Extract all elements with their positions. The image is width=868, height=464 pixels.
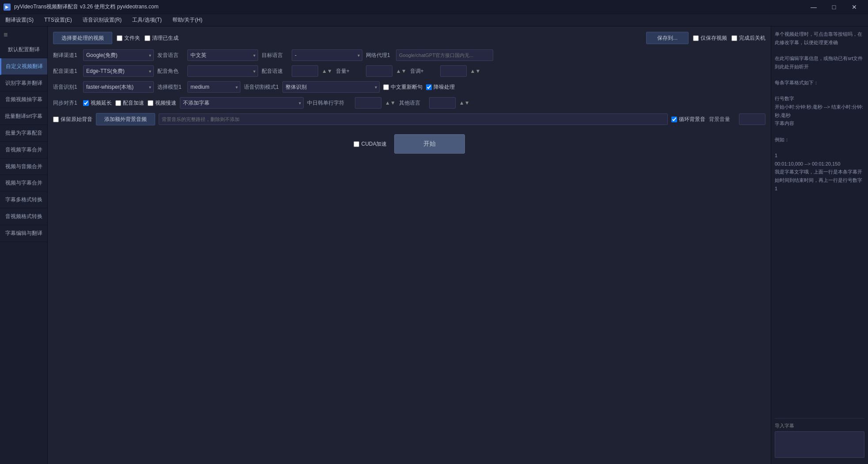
sidebar-item-batch-srt[interactable]: 批量翻译srt字幕 [0,108,47,125]
sidebar-item-extract-subtitle[interactable]: 音频视频抽字幕 [0,91,47,108]
source-lang-label: 发音语言 [157,52,184,59]
volume-input[interactable]: 0 [366,65,392,77]
checkbox-keep-bg-text: 保留原始背音 [61,116,92,123]
dubbing-speed-label: 配音语速 [262,68,288,75]
sidebar-item-subtitle-edit[interactable]: 字幕编辑与翻译 [0,225,47,242]
checkbox-cn-newline[interactable] [383,84,389,90]
checkbox-clear[interactable] [145,35,150,41]
bg-path-input[interactable] [159,113,668,125]
sidebar-item-default-translate[interactable]: 默认配置翻译 [0,41,47,58]
checkbox-cuda-label[interactable]: CUDA加速 [354,140,387,148]
checkbox-cn-newline-text: 中文重新断句 [391,83,423,91]
right-panel-example-time: 00:01:10,000 --> 00:01:20,150 [775,160,864,168]
right-panel-example-num: 1 [775,151,864,160]
checkbox-video-slow-label[interactable]: 视频慢速 [148,99,176,107]
voice-recog-wrapper: faster-whisper(本地) [83,81,154,93]
checkbox-keep-bg[interactable] [53,117,59,122]
right-panel-tip2: 在此可编辑字幕信息，或拖动已有srt文件到此处开始听开 [775,54,864,71]
sidebar-item-custom-translate[interactable]: 自定义视频翻译 [0,58,47,75]
checkbox-save-video[interactable] [693,35,699,41]
form-row-5: 保留原始背音 添加额外背景音频 循环背景音 背景音量 0.8 [53,113,765,125]
checkbox-folder-label[interactable]: 文件夹 [117,34,140,42]
right-panel-tip6: 字幕内容 [775,119,864,128]
translate-channel-select[interactable]: Google(免费) [83,49,154,61]
checkbox-cuda[interactable] [354,141,359,147]
sidebar-item-av-format[interactable]: 音视频格式转换 [0,208,47,225]
checkbox-clear-label[interactable]: 清理已生成 [145,34,179,42]
checkbox-denoise[interactable] [426,84,432,90]
right-panel-tip4: 行号数字 [775,94,864,103]
right-textarea[interactable] [775,431,864,458]
checkbox-dubbing-add-label[interactable]: 配音加速 [115,99,144,107]
save-button[interactable]: 保存到... [646,32,689,44]
dubbing-role-label: 配音角色 [157,68,184,75]
voice-cut-wrapper: 整体识别 [282,81,380,93]
start-button[interactable]: 开始 [394,134,465,154]
subtitle-dropdown-wrapper: 不添加字幕 [180,97,304,109]
other-lang-input[interactable]: 60 [429,97,456,109]
voice-cut-select[interactable]: 整体识别 [282,81,380,93]
menu-tools[interactable]: 工具/选项(T) [130,15,164,25]
dubbing-speed-input[interactable]: 0 [292,65,318,77]
checkbox-shutdown-text: 完成后关机 [739,34,765,42]
select-model-wrapper: medium [187,81,240,93]
checkbox-denoise-label[interactable]: 降噪处理 [426,83,455,91]
close-button[interactable]: ✕ [844,0,864,14]
form-row-3: 语音识别1 faster-whisper(本地) 选择模型1 medium 语音… [53,81,765,93]
cn-per-line-input[interactable]: 20 [355,97,381,109]
subtitle-dropdown[interactable]: 不添加字幕 [180,97,304,109]
voice-recog-select[interactable]: faster-whisper(本地) [83,81,154,93]
checkbox-cuda-text: CUDA加速 [361,140,387,148]
dubbing-role-select[interactable] [187,65,258,77]
checkbox-keep-bg-label[interactable]: 保留原始背音 [53,116,92,123]
sidebar-item-video-subtitle-merge[interactable]: 视频与字幕合并 [0,175,47,192]
checkbox-video-extend-text: 视频延长 [91,99,112,107]
dubbing-channel-select[interactable]: Edge-TTS(免费) [83,65,154,77]
checkbox-folder[interactable] [117,35,122,41]
checkbox-video-extend-label[interactable]: 视频延长 [83,99,112,107]
sidebar-item-video-audio-merge[interactable]: 视频与音频合并 [0,158,47,175]
checkbox-folder-text: 文件夹 [124,34,140,42]
menu-help[interactable]: 帮助/关于(H) [171,15,204,25]
right-panel-tip7: 例如： [775,136,864,144]
volume-label: 音量+ [336,68,362,75]
minimize-button[interactable]: — [803,0,824,14]
select-model-select[interactable]: medium [187,81,240,93]
maximize-button[interactable]: □ [824,0,844,14]
menu-tts-settings[interactable]: TTS设置(E) [42,15,74,25]
sidebar-item-av-subtitle-merge[interactable]: 音视频字幕合并 [0,142,47,158]
sidebar-item-recognize-translate[interactable]: 识别字幕并翻译 [0,75,47,92]
voice-cut-label: 语音切割模式1 [244,83,279,91]
network-proxy-input[interactable] [396,49,493,61]
checkbox-video-slow[interactable] [148,100,153,106]
content-top-right: 保存到... 仅保存视频 完成后关机 [646,32,765,44]
source-lang-select[interactable]: 中文英 [187,49,258,61]
checkbox-video-extend[interactable] [83,100,89,106]
right-panel-tip5: 开始小时:分钟:秒,毫秒 --> 结束小时:分钟:秒,毫秒 [775,103,864,119]
checkbox-save-video-label[interactable]: 仅保存视频 [693,34,727,42]
target-lang-select[interactable]: - [292,49,362,61]
right-panel-example-text: 我是字幕文字哦，上面一行是本条字幕开始时间到结束时间，再上一行是行号数字1 [775,168,864,192]
checkbox-loop-bg[interactable] [671,117,677,122]
sidebar-item-batch-dub[interactable]: 批量为字幕配音 [0,125,47,142]
checkbox-shutdown-label[interactable]: 完成后关机 [731,34,765,42]
add-bg-button[interactable]: 添加额外背景音频 [96,113,155,125]
checkbox-save-video-text: 仅保存视频 [700,34,727,42]
checkbox-loop-bg-label[interactable]: 循环背景音 [671,116,705,123]
voice-recog-label: 语音识别1 [53,83,80,91]
select-video-button[interactable]: 选择要处理的视频 [53,32,112,44]
translate-channel-label: 翻译渠道1 [53,52,80,59]
checkbox-shutdown[interactable] [731,35,737,41]
checkbox-dubbing-add[interactable] [115,100,121,106]
menu-voice-settings[interactable]: 语音识别设置(R) [81,15,124,25]
start-row: CUDA加速 开始 [53,134,765,154]
pitch-input[interactable]: 0 [440,65,467,77]
content-top: 选择要处理的视频 文件夹 清理已生成 保存到... 仅保存视频 [53,32,765,44]
menu-translate-settings[interactable]: 翻译设置(S) [4,15,35,25]
other-lang-label: 其他语言 [399,99,426,107]
checkbox-cn-newline-label[interactable]: 中文重新断句 [383,83,423,91]
sidebar-menu-icon: ≡ [0,28,47,41]
bg-volume-input[interactable]: 0.8 [739,113,765,125]
sidebar-item-subtitle-format[interactable]: 字幕多格式转换 [0,192,47,208]
dubbing-channel-label: 配音渠道1 [53,68,80,75]
